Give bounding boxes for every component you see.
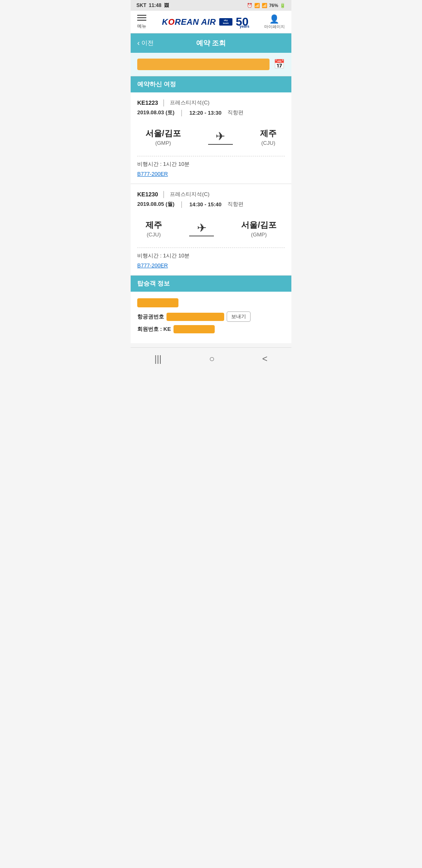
image-icon: 🖼 [164, 2, 169, 8]
flight-class-2: 프레스티지석(C) [170, 191, 209, 198]
departure-city-2: 제주 [145, 219, 162, 231]
ticket-number-row: 항공권번호 보내기 [137, 311, 285, 322]
logo-text: KOREAN AIR [162, 17, 216, 27]
arrival-airport-1: 제주 (CJU) [260, 128, 277, 146]
time-label: 11:48 [149, 2, 162, 8]
flight-divider-2 [137, 248, 285, 248]
flight-number-2: KE1230 [137, 191, 158, 198]
flight-duration-2: 비행시간 : 1시간 10분 [137, 252, 285, 259]
calendar-icon[interactable]: 📅 [274, 59, 285, 70]
departure-airport-1: 서울/김포 (GMP) [145, 128, 181, 146]
flight-time-2: 14:30 - 15:40 [189, 201, 221, 208]
plane-line-1 [208, 144, 233, 145]
member-label: 회원번호 : KE [137, 326, 171, 333]
back-label: 이전 [141, 39, 154, 47]
member-number-redacted [173, 325, 215, 333]
flight-time-1: 12:20 - 13:30 [189, 110, 221, 116]
mypage-label: 마이페이지 [264, 24, 285, 30]
arrival-city-2: 서울/김포 [241, 219, 277, 231]
battery-label: 76% [269, 3, 278, 8]
menu-line-1 [137, 15, 146, 16]
departure-city-1: 서울/김포 [145, 128, 181, 139]
navbar: 메뉴 KOREAN AIR skyteam 50 years 👤 마이페이지 [131, 11, 291, 33]
status-right: ⏰ 📶 📶 76% 🔋 [247, 3, 286, 8]
passenger-section: 항공권번호 보내기 회원번호 : KE [131, 292, 291, 343]
booking-number-redacted [137, 59, 270, 70]
menu-line-2 [137, 17, 146, 18]
itinerary-section-label: 예약하신 여정 [137, 80, 176, 87]
flight-type-2: 직항편 [227, 200, 244, 208]
signal-icon: 📶 [262, 3, 267, 8]
user-icon: 👤 [269, 14, 279, 24]
arrival-airport-2: 서울/김포 (GMP) [241, 219, 277, 238]
flight-duration-1: 비행시간 : 1시간 10분 [137, 160, 285, 168]
flight-date-row-2: 2019.08.05 (월) │ 14:30 - 15:40 직항편 [137, 200, 285, 208]
send-button[interactable]: 보내기 [227, 311, 251, 322]
plane-icon-container-1: ✈ [208, 130, 233, 145]
status-left: SKT 11:48 🖼 [136, 2, 169, 8]
departure-code-2: (CJU) [145, 231, 162, 238]
nav-home-icon: ○ [209, 354, 215, 364]
bottom-nav: ||| ○ < [131, 347, 291, 370]
flight-date-row-1: 2019.08.03 (토) │ 12:20 - 13:30 직항편 [137, 109, 285, 116]
battery-icon: 🔋 [280, 3, 286, 8]
passenger-name-redacted [137, 298, 178, 307]
plane-line-2 [189, 236, 214, 236]
flight-card-1: KE1223 │ 프레스티지석(C) 2019.08.03 (토) │ 12:2… [131, 92, 291, 184]
mypage-button[interactable]: 👤 마이페이지 [264, 14, 285, 30]
ticket-number-redacted [166, 313, 224, 321]
flight-card-header-2: KE1230 │ 프레스티지석(C) [137, 191, 285, 198]
plane-icon-1: ✈ [216, 130, 225, 143]
booking-number-bar: 📅 [131, 53, 291, 76]
arrival-code-1: (CJU) [260, 140, 277, 146]
nav-back-button[interactable]: < [262, 354, 267, 364]
flight-date-1: 2019.08.03 (토) [137, 109, 174, 116]
plane-icon-container-2: ✈ [189, 221, 214, 236]
plane-icon-2: ✈ [197, 221, 206, 235]
flight-aircraft-2: B777-200ER [137, 262, 285, 269]
flight-card-header-1: KE1223 │ 프레스티지석(C) [137, 99, 285, 106]
flight-card-2: KE1230 │ 프레스티지석(C) 2019.08.05 (월) │ 14:3… [131, 184, 291, 276]
carrier-label: SKT [136, 2, 146, 8]
arrival-city-1: 제주 [260, 128, 277, 139]
departure-airport-2: 제주 (CJU) [145, 219, 162, 238]
flight-number-1: KE1223 [137, 99, 158, 106]
flight-divider-1 [137, 156, 285, 156]
menu-line-3 [137, 20, 146, 21]
wifi-icon: 📶 [254, 3, 260, 8]
nav-menu-button[interactable]: ||| [155, 354, 162, 364]
back-chevron-icon: ‹ [137, 39, 140, 47]
aircraft-link-1[interactable]: B777-200ER [137, 171, 168, 177]
korean-air-logo: KOREAN AIR [162, 17, 216, 27]
flight-route-1: 서울/김포 (GMP) ✈ 제주 (CJU) [137, 124, 285, 150]
passenger-section-label: 탑승객 정보 [137, 280, 170, 287]
member-number-row: 회원번호 : KE [137, 325, 285, 333]
flight-route-2: 제주 (CJU) ✈ 서울/김포 (GMP) [137, 215, 285, 242]
aircraft-link-2[interactable]: B777-200ER [137, 262, 168, 269]
alarm-icon: ⏰ [247, 3, 253, 8]
itinerary-section-header: 예약하신 여정 [131, 76, 291, 92]
arrival-code-2: (GMP) [241, 231, 277, 238]
anniversary-badge: 50 years [236, 17, 249, 27]
flight-aircraft-1: B777-200ER [137, 170, 285, 177]
nav-home-button[interactable]: ○ [209, 354, 215, 364]
nav-back-icon: < [262, 354, 267, 364]
back-bar: ‹ 이전 예약 조회 [131, 33, 291, 53]
hamburger-menu[interactable]: 메뉴 [137, 15, 146, 29]
back-button[interactable]: ‹ 이전 [137, 39, 154, 47]
ticket-label: 항공권번호 [137, 313, 164, 321]
skyteam-logo: skyteam [219, 18, 232, 26]
flight-type-1: 직항편 [227, 109, 244, 116]
nav-menu-icon: ||| [155, 354, 162, 364]
menu-label: 메뉴 [137, 23, 146, 29]
flight-date-2: 2019.08.05 (월) [137, 200, 174, 208]
passenger-section-header: 탑승객 정보 [131, 276, 291, 292]
anniversary-years: years [240, 25, 250, 28]
logo-container: KOREAN AIR skyteam 50 years [162, 17, 249, 27]
flight-class-1: 프레스티지석(C) [170, 99, 209, 106]
status-bar: SKT 11:48 🖼 ⏰ 📶 📶 76% 🔋 [131, 0, 291, 11]
departure-code-1: (GMP) [145, 140, 181, 146]
page-title: 예약 조회 [154, 38, 268, 48]
